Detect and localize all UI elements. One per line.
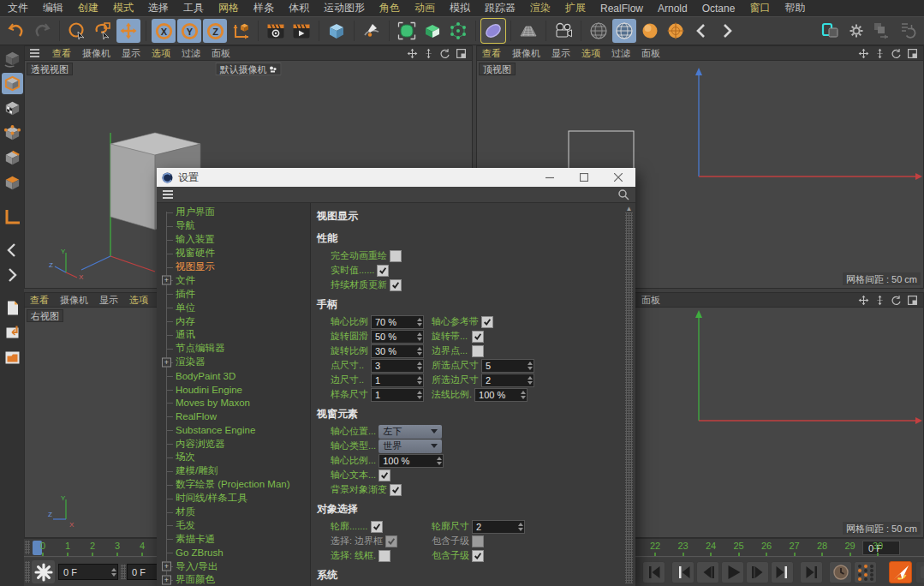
menu-item[interactable]: 渲染	[530, 1, 551, 15]
viewport-menu-item[interactable]: 显示	[551, 47, 570, 60]
go-to-start-button[interactable]	[642, 561, 665, 583]
tree-item[interactable]: RealFlow	[157, 410, 310, 423]
viewport-menu-item[interactable]: 面板	[641, 294, 660, 307]
tree-item[interactable]: Substance Engine	[157, 423, 310, 437]
number-field[interactable]: 1	[371, 374, 424, 387]
deformer-icon[interactable]	[446, 19, 470, 43]
light-icon[interactable]	[638, 19, 662, 43]
expand-icon[interactable]: +	[162, 357, 171, 367]
target-light-icon[interactable]	[664, 19, 688, 43]
drag-handle[interactable]	[25, 561, 30, 583]
spinner-arrows[interactable]	[415, 332, 423, 341]
spinner-arrows[interactable]	[415, 376, 423, 385]
checkbox[interactable]	[481, 316, 493, 328]
number-field[interactable]: 1	[371, 388, 424, 402]
drag-handle[interactable]	[121, 565, 126, 579]
render-view-icon[interactable]	[264, 19, 288, 43]
pan-icon[interactable]	[858, 295, 869, 306]
viewport-menu-item[interactable]: 面板	[212, 47, 230, 60]
autokey-clock-button[interactable]	[829, 561, 852, 583]
maximize-view-icon[interactable]	[456, 48, 467, 59]
checkbox[interactable]	[390, 250, 402, 262]
close-button[interactable]	[601, 168, 635, 187]
edge-mode-icon[interactable]	[2, 147, 23, 169]
checkbox[interactable]	[472, 345, 484, 357]
rotate-icon[interactable]	[891, 295, 902, 306]
tree-item[interactable]: 数字绘景 (Projection Man)	[157, 478, 310, 492]
prev-arrow-icon[interactable]	[689, 19, 713, 43]
tree-item[interactable]: 内容浏览器	[157, 437, 310, 451]
menu-item[interactable]: 体积	[289, 1, 309, 15]
cube-primitive-icon[interactable]	[325, 19, 349, 43]
drag-handle[interactable]	[25, 541, 30, 554]
tree-item[interactable]: 导航	[157, 219, 310, 233]
import-scene-icon[interactable]	[2, 322, 23, 344]
x-axis-lock-icon[interactable]: X	[152, 19, 176, 43]
menu-item[interactable]: 扩展	[565, 1, 586, 15]
spinner-arrows[interactable]	[415, 362, 423, 370]
zoom-icon[interactable]	[874, 48, 885, 59]
viewport-menu-item[interactable]: 过滤	[182, 47, 200, 60]
maximize-button[interactable]	[567, 168, 601, 187]
sky-icon[interactable]	[612, 19, 636, 43]
tree-item[interactable]: +导入/导出	[157, 559, 310, 573]
tree-item[interactable]: 视图显示	[157, 260, 310, 274]
scrollbar[interactable]: ▲	[625, 206, 633, 583]
checkbox[interactable]	[379, 550, 390, 562]
tree-item[interactable]: 插件	[157, 287, 310, 301]
tree-item[interactable]: 材质	[157, 505, 310, 519]
floor-icon[interactable]	[516, 19, 540, 43]
menu-item[interactable]: 文件	[8, 1, 28, 15]
viewport-menu-item[interactable]: 选项	[152, 47, 170, 60]
tree-item[interactable]: BodyPaint 3D	[157, 369, 310, 383]
viewport-label[interactable]: 顶视图	[479, 63, 516, 75]
command-history-icon[interactable]	[870, 19, 894, 43]
viewport-label[interactable]: 右视图	[27, 309, 63, 322]
prev-key-button[interactable]	[671, 561, 694, 583]
checkbox[interactable]	[390, 279, 402, 291]
menu-item[interactable]: Arnold	[658, 3, 688, 15]
tree-item[interactable]: 视窗硬件	[157, 247, 310, 260]
environment-icon[interactable]	[587, 19, 611, 43]
expand-icon[interactable]: +	[162, 276, 171, 285]
y-axis-lock-icon[interactable]: Y	[177, 19, 201, 43]
rotate-icon[interactable]	[439, 48, 450, 59]
tree-item[interactable]: 单位	[157, 301, 310, 314]
search-icon[interactable]	[617, 188, 629, 200]
hamburger-icon[interactable]	[163, 190, 173, 199]
spinner-arrows[interactable]	[415, 391, 423, 399]
spinner-arrows[interactable]	[415, 347, 423, 356]
spinner-arrows[interactable]	[415, 318, 423, 326]
texture-mode-icon[interactable]	[2, 98, 23, 119]
viewport-menu-item[interactable]: 查看	[30, 294, 49, 307]
notification-dart-button[interactable]	[889, 561, 912, 583]
layout-panel-icon[interactable]	[819, 19, 843, 43]
viewport-menu-item[interactable]: 选项	[129, 294, 148, 307]
menu-item[interactable]: 网格	[218, 1, 239, 15]
rotate-icon[interactable]	[891, 48, 902, 59]
tree-item[interactable]: Moves by Maxon	[157, 396, 310, 410]
number-field[interactable]: 100 %	[379, 454, 444, 468]
play-button[interactable]	[721, 561, 744, 583]
menu-item[interactable]: 编辑	[43, 1, 63, 15]
tree-item[interactable]: +渲染器	[157, 356, 310, 369]
current-frame-field[interactable]: 0 F	[58, 564, 118, 580]
go-to-end-button[interactable]	[800, 561, 823, 583]
pan-icon[interactable]	[858, 48, 869, 59]
viewport-menu-item[interactable]: 摄像机	[60, 294, 88, 307]
reload-layout-icon[interactable]	[896, 19, 920, 43]
dropdown[interactable]: 左下	[379, 425, 442, 439]
viewport-menu-item[interactable]: 显示	[122, 47, 140, 60]
expand-icon[interactable]: +	[162, 575, 171, 584]
number-field[interactable]: 3	[371, 359, 424, 373]
menu-item[interactable]: 样条	[253, 1, 274, 15]
prev-tool-icon[interactable]	[2, 239, 23, 260]
menu-item[interactable]: 模拟	[450, 1, 470, 15]
spinner-arrows[interactable]	[526, 376, 534, 385]
next-key-button[interactable]	[771, 561, 794, 583]
number-field[interactable]: 2	[472, 520, 525, 534]
generator-icon[interactable]	[420, 19, 444, 43]
coordinate-system-icon[interactable]	[229, 19, 253, 43]
menu-item[interactable]: 跟踪器	[485, 1, 516, 15]
expand-icon[interactable]: +	[162, 562, 171, 571]
